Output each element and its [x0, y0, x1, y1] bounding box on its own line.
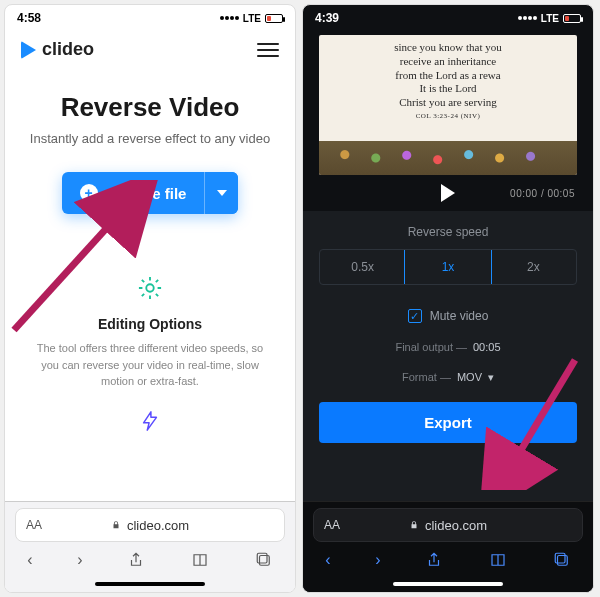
reverse-panel: Reverse speed 0.5x 1x 2x ✓ Mute video Fi…	[303, 211, 593, 501]
bolt-icon	[139, 408, 161, 434]
final-output-row: Final output — 00:05	[319, 341, 577, 353]
svg-rect-2	[257, 553, 267, 563]
chevron-down-icon	[217, 190, 227, 196]
battery-icon	[265, 14, 283, 23]
right-phone: 4:39 LTE since you know that you receive…	[302, 4, 594, 593]
font-size-button[interactable]: AA	[26, 518, 42, 532]
brand-label: clideo	[42, 39, 94, 60]
gear-icon	[136, 274, 164, 302]
play-icon[interactable]	[441, 184, 455, 202]
video-thumbnail: since you know that you receive an inher…	[319, 35, 577, 175]
choose-file-label: Choose file	[106, 185, 187, 202]
safari-toolbar: ‹ ›	[5, 542, 295, 578]
format-row[interactable]: Format — MOV ▾	[319, 371, 577, 384]
status-bar: 4:58 LTE	[5, 5, 295, 31]
editing-desc: The tool offers three different video sp…	[33, 340, 267, 390]
mute-checkbox[interactable]: ✓	[408, 309, 422, 323]
hamburger-menu-icon[interactable]	[257, 43, 279, 57]
status-right: LTE	[518, 13, 581, 24]
status-bar: 4:39 LTE	[303, 5, 593, 31]
forward-icon[interactable]: ›	[77, 551, 82, 569]
carrier-label: LTE	[541, 13, 559, 24]
signal-icon	[518, 16, 537, 20]
clideo-header: clideo	[5, 31, 295, 68]
lock-icon	[409, 520, 419, 530]
hero: Reverse Video Instantly add a reverse ef…	[5, 68, 295, 224]
back-icon[interactable]: ‹	[27, 551, 32, 569]
svg-rect-1	[259, 556, 269, 566]
svg-point-0	[146, 284, 153, 291]
tabs-icon[interactable]	[553, 551, 571, 569]
mute-row[interactable]: ✓ Mute video	[319, 309, 577, 323]
clideo-logo[interactable]: clideo	[21, 39, 94, 60]
editing-options: Editing Options The tool offers three di…	[5, 224, 295, 400]
export-button[interactable]: Export	[319, 402, 577, 443]
svg-rect-4	[555, 553, 565, 563]
editing-title: Editing Options	[33, 316, 267, 332]
signal-icon	[220, 16, 239, 20]
safari-toolbar: ‹ ›	[303, 542, 593, 578]
status-right: LTE	[220, 13, 283, 24]
chevron-down-icon: ▾	[488, 371, 494, 384]
font-size-button[interactable]: AA	[324, 518, 340, 532]
player-time: 00:00 / 00:05	[510, 188, 575, 199]
share-icon[interactable]	[127, 551, 145, 569]
forward-icon[interactable]: ›	[375, 551, 380, 569]
home-indicator[interactable]	[393, 582, 503, 586]
tabs-icon[interactable]	[255, 551, 273, 569]
domain-label: clideo.com	[127, 518, 189, 533]
safari-chrome: AA clideo.com ‹ ›	[5, 501, 295, 592]
play-triangle-icon	[21, 41, 36, 59]
page-subtitle: Instantly add a reverse effect to any vi…	[23, 131, 277, 146]
address-bar[interactable]: AA clideo.com	[15, 508, 285, 542]
status-time: 4:39	[315, 11, 339, 25]
choose-file-button[interactable]: + Choose file	[62, 172, 239, 214]
status-time: 4:58	[17, 11, 41, 25]
speed-option-1x[interactable]: 1x	[404, 249, 491, 285]
battery-icon	[563, 14, 581, 23]
bookmarks-icon[interactable]	[488, 551, 508, 569]
home-indicator[interactable]	[95, 582, 205, 586]
lock-icon	[111, 520, 121, 530]
player-controls: 00:00 / 00:05	[303, 175, 593, 211]
plus-icon: +	[80, 184, 98, 202]
speed-option-0.5x[interactable]: 0.5x	[320, 250, 405, 284]
carrier-label: LTE	[243, 13, 261, 24]
domain-label: clideo.com	[425, 518, 487, 533]
panel-title: Reverse speed	[319, 225, 577, 239]
address-bar[interactable]: AA clideo.com	[313, 508, 583, 542]
svg-rect-3	[557, 556, 567, 566]
back-icon[interactable]: ‹	[325, 551, 330, 569]
speed-option-2x[interactable]: 2x	[491, 250, 576, 284]
video-preview[interactable]: since you know that you receive an inher…	[319, 35, 577, 175]
choose-file-dropdown[interactable]	[204, 172, 238, 214]
share-icon[interactable]	[425, 551, 443, 569]
page-title: Reverse Video	[23, 92, 277, 123]
bookmarks-icon[interactable]	[190, 551, 210, 569]
safari-chrome: AA clideo.com ‹ ›	[303, 501, 593, 592]
mute-label: Mute video	[430, 309, 489, 323]
speed-segmented[interactable]: 0.5x 1x 2x	[319, 249, 577, 285]
left-phone: 4:58 LTE clideo Reverse Video Instantly …	[4, 4, 296, 593]
